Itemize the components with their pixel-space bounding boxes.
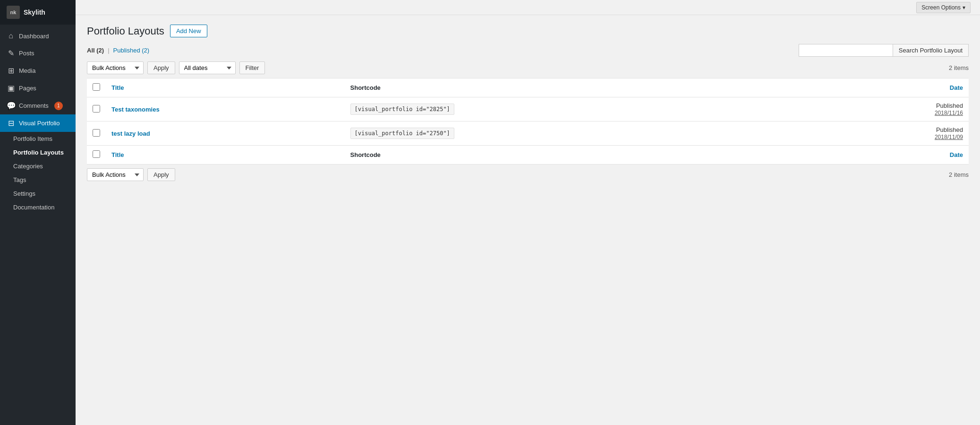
- select-all-footer: [87, 146, 106, 165]
- content-area: Portfolio Layouts Add New All (2) | Publ…: [76, 15, 980, 425]
- shortcode-value: [visual_portfolio id="2825"]: [350, 104, 454, 115]
- site-name: Skylith: [24, 9, 45, 16]
- row-checkbox-0[interactable]: [93, 105, 100, 113]
- main-content: Screen Options ▾ Portfolio Layouts Add N…: [76, 0, 980, 425]
- filter-published-link[interactable]: Published (2): [113, 47, 150, 54]
- chevron-down-icon: ▾: [963, 4, 965, 11]
- sidebar-item-visual-portfolio[interactable]: ⊟ Visual Portfolio: [0, 114, 76, 132]
- date-value[interactable]: 2018/11/09: [935, 134, 963, 140]
- sidebar-sub-categories[interactable]: Categories: [0, 159, 76, 173]
- date-status: Published: [936, 126, 963, 133]
- top-toolbar: Bulk Actions Apply All dates Filter 2 it…: [87, 61, 969, 74]
- search-portfolio-layout-button[interactable]: Search Portfolio Layout: [893, 44, 969, 57]
- filter-separator: |: [108, 47, 109, 54]
- comments-icon: 💬: [7, 101, 15, 110]
- items-count-bottom: 2 items: [949, 171, 969, 178]
- row-shortcode-cell: [visual_portfolio id="2825"]: [345, 97, 809, 121]
- filter-bar: All (2) | Published (2) Search Portfolio…: [87, 44, 969, 57]
- row-date-cell: Published 2018/11/09: [809, 121, 969, 146]
- row-checkbox-1[interactable]: [93, 129, 100, 137]
- row-title-cell: Test taxonomies: [106, 97, 345, 121]
- col-header-shortcode: Shortcode: [345, 78, 809, 97]
- col-footer-shortcode: Shortcode: [345, 146, 809, 165]
- row-title-link[interactable]: Test taxonomies: [111, 106, 160, 113]
- bulk-actions-bottom-select[interactable]: Bulk Actions: [87, 168, 144, 181]
- row-checkbox-cell: [87, 121, 106, 146]
- sidebar-item-dashboard[interactable]: ⌂ Dashboard: [0, 27, 76, 44]
- visual-portfolio-icon: ⊟: [7, 119, 15, 128]
- sidebar-sub-tags[interactable]: Tags: [0, 173, 76, 187]
- col-footer-title[interactable]: Title: [106, 146, 345, 165]
- row-date-cell: Published 2018/11/16: [809, 97, 969, 121]
- sidebar: nk Skylith ⌂ Dashboard ✎ Posts ⊞ Media ▣…: [0, 0, 76, 425]
- sidebar-item-label: Pages: [19, 85, 36, 92]
- media-icon: ⊞: [7, 66, 15, 75]
- row-title-cell: test lazy load: [106, 121, 345, 146]
- apply-bottom-button[interactable]: Apply: [147, 168, 175, 181]
- apply-top-button[interactable]: Apply: [147, 61, 175, 74]
- site-logo-icon: nk: [7, 6, 20, 19]
- screen-options-label: Screen Options: [921, 4, 961, 11]
- table-body: Test taxonomies [visual_portfolio id="28…: [87, 97, 969, 146]
- col-header-date[interactable]: Date: [809, 78, 969, 97]
- sidebar-item-comments[interactable]: 💬 Comments 1: [0, 97, 76, 114]
- sidebar-logo[interactable]: nk Skylith: [0, 0, 76, 25]
- portfolio-layouts-table: Title Shortcode Date Test taxonomies [vi…: [87, 78, 969, 165]
- row-checkbox-cell: [87, 97, 106, 121]
- items-count-top: 2 items: [949, 64, 969, 71]
- search-area: Search Portfolio Layout: [799, 44, 969, 57]
- table-row: test lazy load [visual_portfolio id="275…: [87, 121, 969, 146]
- sidebar-item-label: Visual Portfolio: [19, 120, 60, 127]
- sidebar-sub-settings[interactable]: Settings: [0, 187, 76, 200]
- row-title-link[interactable]: test lazy load: [111, 130, 150, 137]
- table-row: Test taxonomies [visual_portfolio id="28…: [87, 97, 969, 121]
- sidebar-item-media[interactable]: ⊞ Media: [0, 62, 76, 79]
- date-status: Published: [936, 102, 963, 109]
- shortcode-value: [visual_portfolio id="2750"]: [350, 128, 454, 139]
- page-header: Portfolio Layouts Add New: [87, 25, 969, 37]
- sidebar-sub-portfolio-layouts[interactable]: Portfolio Layouts: [0, 146, 76, 159]
- sidebar-nav: ⌂ Dashboard ✎ Posts ⊞ Media ▣ Pages 💬 Co…: [0, 27, 76, 214]
- sidebar-sub-portfolio-items[interactable]: Portfolio Items: [0, 132, 76, 146]
- sidebar-sub-documentation[interactable]: Documentation: [0, 200, 76, 214]
- page-title: Portfolio Layouts: [87, 25, 164, 37]
- all-dates-select[interactable]: All dates: [179, 61, 236, 74]
- sidebar-item-label: Posts: [19, 50, 34, 57]
- screen-options-button[interactable]: Screen Options ▾: [916, 2, 971, 13]
- pages-icon: ▣: [7, 84, 15, 93]
- sidebar-item-label: Media: [19, 67, 35, 74]
- select-all-checkbox[interactable]: [93, 83, 100, 91]
- filter-button[interactable]: Filter: [239, 61, 265, 74]
- sidebar-item-pages[interactable]: ▣ Pages: [0, 79, 76, 97]
- filter-all-link[interactable]: All (2): [87, 47, 104, 54]
- select-all-header: [87, 78, 106, 97]
- table-header-row: Title Shortcode Date: [87, 78, 969, 97]
- bottom-toolbar: Bulk Actions Apply 2 items: [87, 168, 969, 181]
- posts-icon: ✎: [7, 49, 15, 58]
- table-footer-row: Title Shortcode Date: [87, 146, 969, 165]
- comments-badge: 1: [54, 102, 63, 110]
- sidebar-item-label: Dashboard: [19, 33, 49, 40]
- sidebar-item-posts[interactable]: ✎ Posts: [0, 44, 76, 62]
- filter-links: All (2) | Published (2): [87, 47, 149, 54]
- sidebar-item-label: Comments: [19, 102, 49, 109]
- row-shortcode-cell: [visual_portfolio id="2750"]: [345, 121, 809, 146]
- dashboard-icon: ⌂: [7, 32, 15, 40]
- search-input[interactable]: [799, 44, 893, 57]
- top-bar: Screen Options ▾: [76, 0, 980, 15]
- bulk-actions-top-select[interactable]: Bulk Actions: [87, 61, 144, 74]
- add-new-button[interactable]: Add New: [170, 25, 207, 37]
- date-value[interactable]: 2018/11/16: [935, 110, 963, 116]
- col-header-title[interactable]: Title: [106, 78, 345, 97]
- select-all-footer-checkbox[interactable]: [93, 150, 100, 158]
- col-footer-date[interactable]: Date: [809, 146, 969, 165]
